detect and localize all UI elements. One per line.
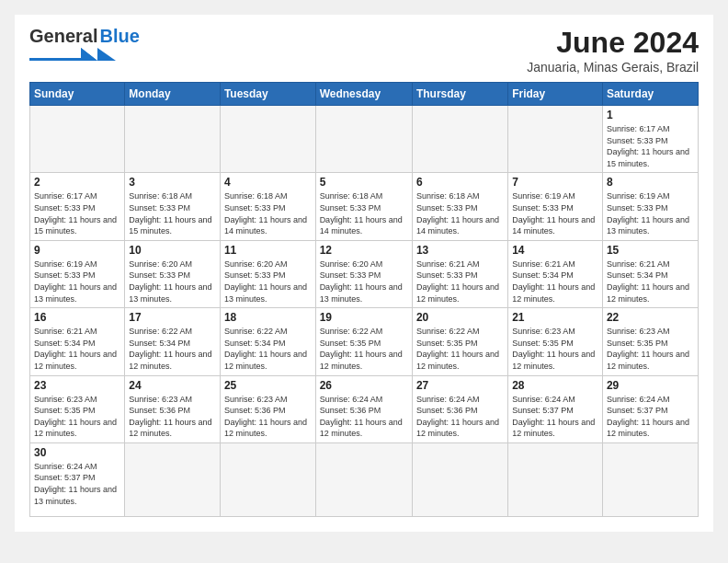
logo-bar-left — [29, 58, 81, 61]
week-row-4: 23Sunrise: 6:23 AMSunset: 5:35 PMDayligh… — [30, 375, 699, 442]
calendar-cell — [125, 442, 221, 516]
day-info: Sunrise: 6:23 AMSunset: 5:36 PMDaylight:… — [224, 394, 312, 440]
day-number: 27 — [416, 379, 504, 392]
calendar-cell — [220, 106, 315, 173]
day-number: 16 — [34, 311, 120, 324]
day-number: 30 — [34, 446, 120, 459]
day-number: 10 — [129, 244, 216, 257]
calendar-cell: 25Sunrise: 6:23 AMSunset: 5:36 PMDayligh… — [220, 375, 315, 442]
calendar-cell: 2Sunrise: 6:17 AMSunset: 5:33 PMDaylight… — [30, 173, 125, 240]
calendar-cell — [30, 106, 125, 173]
day-info: Sunrise: 6:23 AMSunset: 5:35 PMDaylight:… — [607, 326, 694, 372]
day-info: Sunrise: 6:24 AMSunset: 5:36 PMDaylight:… — [416, 394, 504, 440]
day-number: 12 — [320, 244, 408, 257]
calendar-cell: 18Sunrise: 6:22 AMSunset: 5:34 PMDayligh… — [220, 308, 315, 375]
calendar-container: General Blue June 2024 Januaria, Minas G… — [15, 15, 713, 532]
day-number: 26 — [320, 379, 408, 392]
calendar-cell: 9Sunrise: 6:19 AMSunset: 5:33 PMDaylight… — [30, 240, 125, 307]
calendar-cell — [315, 442, 412, 516]
logo-general: General — [29, 26, 97, 47]
day-number: 17 — [129, 311, 216, 324]
day-info: Sunrise: 6:23 AMSunset: 5:36 PMDaylight:… — [129, 394, 216, 440]
calendar-cell: 10Sunrise: 6:20 AMSunset: 5:33 PMDayligh… — [125, 240, 221, 307]
calendar-cell: 7Sunrise: 6:19 AMSunset: 5:33 PMDaylight… — [508, 173, 603, 240]
day-info: Sunrise: 6:24 AMSunset: 5:37 PMDaylight:… — [34, 461, 120, 507]
day-info: Sunrise: 6:22 AMSunset: 5:34 PMDaylight:… — [129, 326, 216, 372]
day-info: Sunrise: 6:21 AMSunset: 5:33 PMDaylight:… — [416, 259, 504, 304]
day-number: 6 — [416, 176, 504, 189]
calendar-cell: 22Sunrise: 6:23 AMSunset: 5:35 PMDayligh… — [602, 308, 698, 375]
calendar-cell: 15Sunrise: 6:21 AMSunset: 5:34 PMDayligh… — [602, 240, 698, 307]
calendar-cell: 21Sunrise: 6:23 AMSunset: 5:35 PMDayligh… — [508, 308, 603, 375]
day-number: 9 — [34, 244, 120, 257]
day-info: Sunrise: 6:19 AMSunset: 5:33 PMDaylight:… — [512, 190, 598, 236]
logo: General Blue — [29, 26, 140, 61]
calendar-cell: 19Sunrise: 6:22 AMSunset: 5:35 PMDayligh… — [315, 308, 412, 375]
day-number: 14 — [512, 244, 598, 257]
day-number: 29 — [607, 379, 694, 392]
calendar-cell — [602, 442, 698, 516]
calendar-cell: 30Sunrise: 6:24 AMSunset: 5:37 PMDayligh… — [30, 442, 125, 516]
day-info: Sunrise: 6:18 AMSunset: 5:33 PMDaylight:… — [416, 190, 504, 236]
day-info: Sunrise: 6:17 AMSunset: 5:33 PMDaylight:… — [607, 123, 694, 169]
day-number: 3 — [129, 176, 216, 189]
day-number: 8 — [607, 176, 694, 189]
day-info: Sunrise: 6:24 AMSunset: 5:37 PMDaylight:… — [512, 394, 598, 440]
day-info: Sunrise: 6:22 AMSunset: 5:34 PMDaylight:… — [224, 326, 312, 372]
calendar-cell: 4Sunrise: 6:18 AMSunset: 5:33 PMDaylight… — [220, 173, 315, 240]
weekday-header-thursday: Thursday — [412, 83, 507, 106]
week-row-2: 9Sunrise: 6:19 AMSunset: 5:33 PMDaylight… — [30, 240, 699, 307]
calendar-cell: 20Sunrise: 6:22 AMSunset: 5:35 PMDayligh… — [412, 308, 507, 375]
day-info: Sunrise: 6:21 AMSunset: 5:34 PMDaylight:… — [607, 259, 694, 304]
calendar-cell: 14Sunrise: 6:21 AMSunset: 5:34 PMDayligh… — [508, 240, 603, 307]
calendar-cell — [412, 106, 507, 173]
calendar-cell: 17Sunrise: 6:22 AMSunset: 5:34 PMDayligh… — [125, 308, 221, 375]
weekday-header-sunday: Sunday — [30, 83, 125, 106]
calendar-cell — [412, 442, 507, 516]
day-info: Sunrise: 6:20 AMSunset: 5:33 PMDaylight:… — [129, 259, 216, 304]
calendar-cell: 24Sunrise: 6:23 AMSunset: 5:36 PMDayligh… — [125, 375, 221, 442]
day-info: Sunrise: 6:22 AMSunset: 5:35 PMDaylight:… — [320, 326, 408, 372]
week-row-1: 2Sunrise: 6:17 AMSunset: 5:33 PMDaylight… — [30, 173, 699, 240]
day-info: Sunrise: 6:18 AMSunset: 5:33 PMDaylight:… — [129, 190, 216, 236]
day-info: Sunrise: 6:20 AMSunset: 5:33 PMDaylight:… — [320, 259, 408, 304]
day-number: 11 — [224, 244, 312, 257]
calendar-cell: 3Sunrise: 6:18 AMSunset: 5:33 PMDaylight… — [125, 173, 221, 240]
day-number: 22 — [607, 311, 694, 324]
calendar-cell: 11Sunrise: 6:20 AMSunset: 5:33 PMDayligh… — [220, 240, 315, 307]
day-number: 15 — [607, 244, 694, 257]
day-info: Sunrise: 6:22 AMSunset: 5:35 PMDaylight:… — [416, 326, 504, 372]
calendar-cell: 28Sunrise: 6:24 AMSunset: 5:37 PMDayligh… — [508, 375, 603, 442]
calendar-cell: 6Sunrise: 6:18 AMSunset: 5:33 PMDaylight… — [412, 173, 507, 240]
calendar-cell: 26Sunrise: 6:24 AMSunset: 5:36 PMDayligh… — [315, 375, 412, 442]
day-number: 1 — [607, 109, 694, 121]
weekday-header-monday: Monday — [125, 83, 221, 106]
calendar-table: SundayMondayTuesdayWednesdayThursdayFrid… — [29, 82, 699, 517]
day-info: Sunrise: 6:24 AMSunset: 5:37 PMDaylight:… — [607, 394, 694, 440]
calendar-cell: 12Sunrise: 6:20 AMSunset: 5:33 PMDayligh… — [315, 240, 412, 307]
title-section: June 2024 Januaria, Minas Gerais, Brazil — [527, 26, 699, 75]
day-number: 5 — [320, 176, 408, 189]
day-info: Sunrise: 6:23 AMSunset: 5:35 PMDaylight:… — [34, 394, 120, 440]
day-info: Sunrise: 6:23 AMSunset: 5:35 PMDaylight:… — [512, 326, 598, 372]
calendar-cell: 29Sunrise: 6:24 AMSunset: 5:37 PMDayligh… — [602, 375, 698, 442]
calendar-cell: 1Sunrise: 6:17 AMSunset: 5:33 PMDaylight… — [602, 106, 698, 173]
day-info: Sunrise: 6:18 AMSunset: 5:33 PMDaylight:… — [224, 190, 312, 236]
day-info: Sunrise: 6:19 AMSunset: 5:33 PMDaylight:… — [34, 259, 120, 304]
weekday-header-wednesday: Wednesday — [315, 83, 412, 106]
logo-triangle — [81, 48, 97, 61]
day-number: 23 — [34, 379, 120, 392]
svg-marker-0 — [97, 48, 116, 61]
week-row-0: 1Sunrise: 6:17 AMSunset: 5:33 PMDaylight… — [30, 106, 699, 173]
day-number: 4 — [224, 176, 312, 189]
day-number: 28 — [512, 379, 598, 392]
week-row-3: 16Sunrise: 6:21 AMSunset: 5:34 PMDayligh… — [30, 308, 699, 375]
weekday-header-friday: Friday — [508, 83, 603, 106]
calendar-cell: 16Sunrise: 6:21 AMSunset: 5:34 PMDayligh… — [30, 308, 125, 375]
day-info: Sunrise: 6:21 AMSunset: 5:34 PMDaylight:… — [34, 326, 120, 372]
day-number: 21 — [512, 311, 598, 324]
calendar-cell — [508, 442, 603, 516]
calendar-cell: 13Sunrise: 6:21 AMSunset: 5:33 PMDayligh… — [412, 240, 507, 307]
day-info: Sunrise: 6:24 AMSunset: 5:36 PMDaylight:… — [320, 394, 408, 440]
day-number: 7 — [512, 176, 598, 189]
